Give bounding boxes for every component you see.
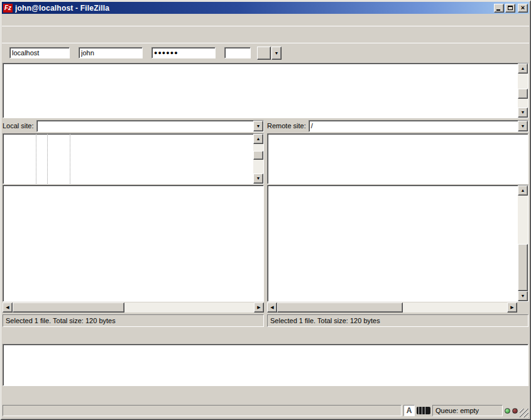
local-tree-scrollbar: ▲ ▼: [253, 134, 263, 184]
remote-directory-tree: [267, 133, 528, 184]
scroll-left-button[interactable]: ◀: [267, 302, 277, 312]
arrow-up-icon: ▲: [256, 136, 261, 141]
close-button[interactable]: ×: [518, 4, 528, 13]
arrow-up-icon: ▲: [521, 188, 525, 192]
remote-selection-status: Selected 1 file. Total size: 120 bytes: [267, 314, 528, 327]
local-site-label: Local site:: [3, 122, 34, 130]
remote-list-scroll-down-button[interactable]: ▼: [518, 291, 528, 301]
activity-led-red-icon: [512, 408, 518, 414]
quickconnect-dropdown-button[interactable]: ▼: [271, 47, 282, 60]
chevron-down-icon: ▼: [275, 51, 279, 55]
password-input[interactable]: [151, 47, 216, 58]
resize-grip[interactable]: [520, 409, 528, 417]
port-input[interactable]: [224, 47, 251, 58]
chevron-down-icon: ▼: [521, 124, 525, 128]
remote-list-hscrollbar: ◀ ▶: [267, 302, 517, 312]
remote-site-label: Remote site:: [267, 122, 306, 130]
minimize-icon: [496, 9, 500, 11]
scroll-right-button[interactable]: ▶: [507, 302, 517, 312]
arrow-up-icon: ▲: [521, 66, 525, 70]
scroll-left-button[interactable]: ◀: [3, 302, 13, 312]
filezilla-app-icon: Fz: [3, 4, 13, 13]
remote-site-path: /: [309, 121, 518, 131]
window-title: john@localhost - FileZilla: [15, 4, 494, 13]
username-input[interactable]: [79, 47, 143, 58]
remote-site-combobox[interactable]: / ▼: [309, 120, 528, 132]
message-log: ▲ ▼: [3, 63, 528, 118]
remote-site-dropdown-button[interactable]: ▼: [518, 121, 528, 131]
log-scroll-thumb[interactable]: [518, 89, 528, 99]
queue-header-row: [3, 333, 528, 344]
queue-tabs: [4, 386, 528, 401]
local-file-list: [3, 185, 264, 302]
local-list-hscrollbar: ◀ ▶: [3, 302, 264, 312]
remote-file-list: ▲ ▼: [267, 185, 528, 302]
status-bar: A Queue: empty: [3, 404, 528, 417]
local-panel: Local site: ▼ ▲ ▼ ◀ ▶ Selected 1 file: [3, 119, 264, 329]
arrow-down-icon: ▼: [521, 294, 525, 298]
encryption-indicator-icon: [417, 407, 430, 414]
host-input[interactable]: [9, 47, 70, 58]
remote-list-scrollbar: ▲ ▼: [518, 185, 528, 301]
local-tree-scroll-thumb[interactable]: [253, 151, 263, 160]
local-directory-tree: ▲ ▼: [3, 133, 264, 184]
local-selection-status: Selected 1 file. Total size: 120 bytes: [3, 314, 264, 327]
queue-size-pane: Queue: empty: [432, 405, 503, 416]
minimize-button[interactable]: [494, 4, 504, 13]
toolbar: [2, 26, 529, 43]
local-site-combobox[interactable]: ▼: [36, 120, 264, 132]
statusbar-message-pane: [3, 405, 402, 416]
menu-bar: [2, 14, 529, 26]
remote-list-scroll-thumb[interactable]: [518, 244, 528, 291]
scroll-thumb[interactable]: [277, 302, 403, 312]
arrow-right-icon: ▶: [510, 305, 513, 309]
log-scroll-down-button[interactable]: ▼: [518, 108, 528, 118]
scroll-thumb[interactable]: [13, 302, 124, 312]
quickconnect-bar: ▼: [2, 43, 529, 62]
arrow-left-icon: ◀: [6, 305, 9, 309]
arrow-left-icon: ◀: [270, 305, 273, 309]
arrow-down-icon: ▼: [256, 176, 261, 180]
quickconnect-button[interactable]: [257, 47, 271, 60]
local-tree-scroll-up-button[interactable]: ▲: [253, 134, 263, 144]
remote-list-scroll-up-button[interactable]: ▲: [518, 185, 528, 196]
chevron-down-icon: ▼: [256, 124, 261, 128]
title-bar: Fz john@localhost - FileZilla ×: [2, 2, 529, 14]
local-tree-scroll-down-button[interactable]: ▼: [253, 174, 263, 184]
close-icon: ×: [518, 4, 527, 11]
arrow-down-icon: ▼: [521, 110, 525, 114]
transfer-type-indicator-icon: A: [403, 405, 415, 416]
maximize-icon: [508, 6, 513, 10]
log-scrollbar: ▲ ▼: [518, 64, 528, 118]
remote-panel: Remote site: / ▼ ▲ ▼ ◀ ▶ Selected 1 file…: [267, 119, 528, 329]
activity-led-green-icon: [505, 408, 510, 414]
queue-body: [3, 344, 528, 386]
log-scroll-up-button[interactable]: ▲: [518, 64, 528, 74]
local-site-dropdown-button[interactable]: ▼: [253, 121, 263, 131]
filezilla-window: Fz john@localhost - FileZilla × ▼ ▲ ▼: [0, 0, 531, 420]
maximize-button[interactable]: [505, 4, 515, 13]
arrow-right-icon: ▶: [257, 305, 260, 309]
local-site-path: [37, 121, 253, 131]
scroll-right-button[interactable]: ▶: [254, 302, 264, 312]
